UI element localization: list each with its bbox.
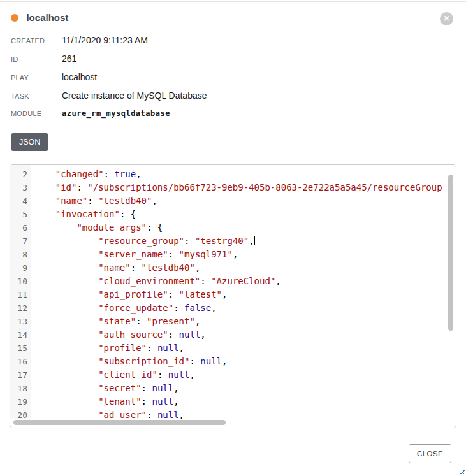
- close-icon[interactable]: ✕: [440, 12, 453, 25]
- line-number: 12: [10, 301, 31, 315]
- code-line: "secret": null,: [34, 382, 456, 395]
- code-line: "state": "present",: [34, 315, 456, 328]
- task-value: Create instance of MySQL Database: [62, 90, 207, 101]
- play-label: PLAY: [11, 74, 62, 82]
- line-number: 6: [10, 221, 31, 234]
- detail-row-play: PLAY localhost: [11, 72, 455, 90]
- line-number: 16: [10, 355, 31, 368]
- modal-top-edge: [0, 1, 466, 2]
- code-line: "client_id": null,: [34, 368, 456, 382]
- id-value: 261: [62, 54, 76, 64]
- code-line: "profile": null,: [34, 342, 456, 355]
- code-line: "force_update": false,: [34, 301, 456, 315]
- horizontal-scrollbar[interactable]: [13, 420, 226, 425]
- line-number: 11: [10, 288, 31, 301]
- line-number: 8: [10, 248, 31, 261]
- detail-row-module: MODULE azure_rm_mysqldatabase: [11, 109, 455, 127]
- code-line: "name": "testdb40",: [34, 194, 456, 208]
- json-code-viewer[interactable]: 234567891011121314151617181920 "changed"…: [10, 164, 456, 428]
- json-toggle-button[interactable]: JSON: [11, 133, 48, 151]
- module-label: MODULE: [11, 110, 62, 117]
- line-number: 18: [10, 382, 31, 395]
- detail-row-task: TASK Create instance of MySQL Database: [11, 90, 455, 109]
- line-number: 2: [10, 168, 31, 181]
- code-line: "auth_source": null,: [34, 328, 456, 342]
- line-number: 17: [10, 368, 31, 382]
- code-line: "subscription_id": null,: [34, 355, 456, 368]
- created-value: 11/1/2020 9:11:23 AM: [62, 35, 148, 45]
- line-number: 13: [10, 315, 31, 328]
- code-line: "server_name": "mysql971",: [34, 248, 456, 261]
- line-number: 5: [10, 208, 31, 221]
- code-line: "cloud_environment": "AzureCloud",: [34, 275, 456, 288]
- line-number: 14: [10, 328, 31, 342]
- module-value: azure_rm_mysqldatabase: [62, 109, 170, 118]
- id-label: ID: [11, 55, 62, 63]
- task-label: TASK: [11, 92, 62, 100]
- code-line: "api_profile": "latest",: [34, 288, 456, 301]
- line-number: 10: [10, 275, 31, 288]
- line-number: 3: [10, 181, 31, 194]
- detail-fields: CREATED 11/1/2020 9:11:23 AM ID 261 PLAY…: [11, 35, 455, 127]
- close-button[interactable]: CLOSE: [409, 444, 451, 463]
- play-value: localhost: [62, 72, 97, 82]
- text-caret: [254, 236, 255, 245]
- code-line: "name": "testdb40",: [34, 261, 456, 275]
- created-label: CREATED: [11, 37, 62, 45]
- modal-title: localhost: [26, 12, 68, 23]
- line-number: 19: [10, 395, 31, 408]
- line-number: 4: [10, 194, 31, 208]
- code-line: "changed": true,: [34, 168, 456, 181]
- code-line: "tenant": null,: [34, 395, 456, 408]
- vertical-scrollbar[interactable]: [448, 175, 453, 331]
- host-status-dot-icon: [11, 14, 18, 22]
- code-line: "id": "/subscriptions/bb66f723-9eb9-405b…: [34, 181, 456, 194]
- line-number: 15: [10, 342, 31, 355]
- code-line: "invocation": {: [34, 208, 456, 221]
- detail-row-id: ID 261: [11, 54, 455, 72]
- modal-header: localhost ✕: [11, 12, 455, 27]
- line-number: 9: [10, 261, 31, 275]
- line-number: 7: [10, 234, 31, 248]
- detail-row-created: CREATED 11/1/2020 9:11:23 AM: [11, 35, 455, 54]
- code-lines[interactable]: "changed": true, "id": "/subscriptions/b…: [32, 165, 456, 428]
- code-line: "resource_group": "testrg40",: [34, 234, 456, 248]
- code-gutter: 234567891011121314151617181920: [10, 165, 31, 419]
- code-line: "module_args": {: [34, 221, 456, 234]
- resize-grip-icon[interactable]: [458, 467, 465, 474]
